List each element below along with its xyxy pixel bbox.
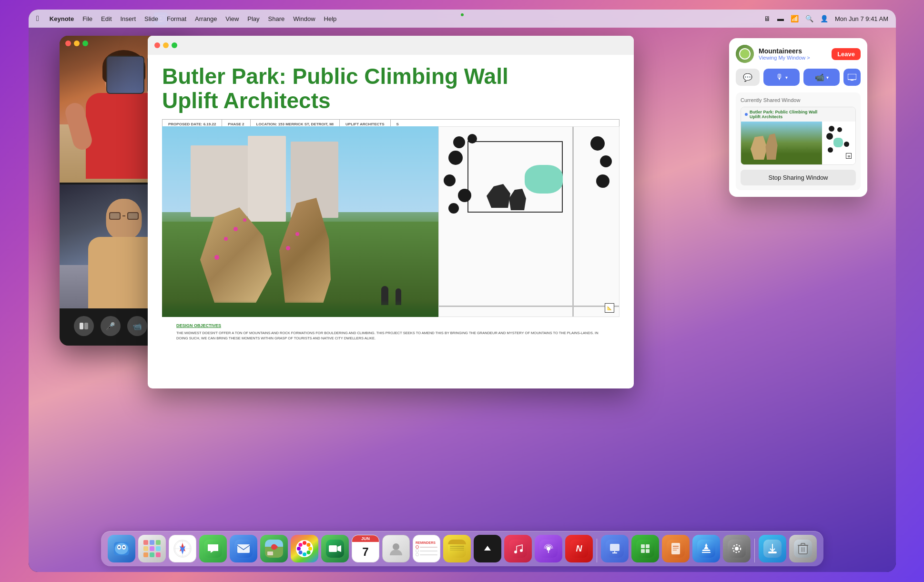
dock-item-keynote[interactable] xyxy=(601,535,629,562)
menubar-window[interactable]: Window xyxy=(293,15,315,22)
close-button[interactable] xyxy=(65,41,71,46)
screen-icon[interactable]: 🖥 xyxy=(764,15,771,22)
svg-point-37 xyxy=(547,547,550,551)
dock-item-appstore[interactable] xyxy=(692,535,720,562)
main-climbing-image xyxy=(162,126,448,317)
dock: JUN 7 REMINDERS xyxy=(101,531,823,566)
svg-point-35 xyxy=(514,551,517,553)
dock-item-maps[interactable] xyxy=(260,535,288,562)
dock-item-facetime[interactable] xyxy=(321,535,349,562)
svg-point-14 xyxy=(123,546,125,548)
svg-rect-39 xyxy=(610,544,619,551)
popup-controls: 💬 🎙 ▾ 📹 ▾ xyxy=(736,69,861,86)
dock-item-podcasts[interactable] xyxy=(535,535,562,562)
dock-item-finder[interactable] xyxy=(108,535,135,562)
menubar-play[interactable]: Play xyxy=(247,15,259,22)
keynote-close-button[interactable] xyxy=(154,42,160,48)
svg-point-25 xyxy=(308,547,312,551)
svg-rect-44 xyxy=(641,549,645,553)
leave-button[interactable]: Leave xyxy=(832,48,861,60)
video-chevron-icon: ▾ xyxy=(826,75,829,80)
design-text: DESIGN OBJECTIVES THE MIDWEST DOESN'T OF… xyxy=(176,323,605,341)
mic-icon: 🎙 xyxy=(776,73,783,82)
mic-chevron-icon: ▾ xyxy=(785,75,788,80)
controlcenter-icon[interactable]: 👤 xyxy=(820,15,828,22)
svg-point-27 xyxy=(303,552,306,556)
shared-img-right: ⊞ xyxy=(822,122,855,164)
dock-item-calendar[interactable]: JUN 7 xyxy=(352,535,379,562)
keynote-minimize-button[interactable] xyxy=(163,42,169,48)
message-control-button[interactable]: 💬 xyxy=(736,69,760,86)
svg-rect-46 xyxy=(671,543,680,554)
menubar-file[interactable]: File xyxy=(82,15,92,22)
menubar-edit[interactable]: Edit xyxy=(101,15,112,22)
apple-logo-icon[interactable]:  xyxy=(36,14,39,23)
shared-preview-title: Butler Park: Public Climbing WallUplift … xyxy=(750,110,817,119)
dock-item-mail[interactable] xyxy=(230,535,257,562)
menubar-slide[interactable]: Slide xyxy=(144,15,158,22)
dock-item-airdrop[interactable] xyxy=(759,535,786,562)
minimize-button[interactable] xyxy=(74,41,80,46)
menubar:  Keynote File Edit Insert Slide Format … xyxy=(29,10,896,28)
wifi-icon[interactable]: 📶 xyxy=(791,15,799,22)
menubar-share[interactable]: Share xyxy=(268,15,285,22)
video-control-button[interactable]: 📹 ▾ xyxy=(803,69,840,86)
dock-item-system-preferences[interactable] xyxy=(723,535,751,562)
dock-item-photos[interactable] xyxy=(291,535,318,562)
svg-point-28 xyxy=(299,551,303,554)
facetime-traffic-lights xyxy=(65,41,88,46)
keynote-zoom-button[interactable] xyxy=(172,42,177,48)
presentation-title: Butler Park: Public Climbing WallUplift … xyxy=(162,64,619,112)
menubar-datetime: Mon Jun 7 9:41 AM xyxy=(835,15,888,22)
dock-item-contacts[interactable] xyxy=(382,535,410,562)
menubar-arrange[interactable]: Arrange xyxy=(195,15,217,22)
mute-button[interactable]: 🎤 xyxy=(101,316,121,336)
sidebar-toggle-button[interactable] xyxy=(74,316,94,336)
search-icon[interactable]: 🔍 xyxy=(805,15,813,22)
dock-item-appletv[interactable] xyxy=(474,535,501,562)
dock-item-launchpad[interactable] xyxy=(138,535,166,562)
dock-item-notes[interactable] xyxy=(443,535,471,562)
shared-preview: Butler Park: Public Climbing WallUplift … xyxy=(741,107,856,165)
menubar-view[interactable]: View xyxy=(225,15,239,22)
dock-item-reminders[interactable]: REMINDERS xyxy=(413,535,440,562)
dock-separator-2 xyxy=(754,539,755,562)
menubar-insert[interactable]: Insert xyxy=(121,15,136,22)
dock-item-trash[interactable] xyxy=(789,535,817,562)
pip-video-2 xyxy=(106,56,144,94)
dock-item-pages[interactable] xyxy=(662,535,690,562)
dock-item-numbers[interactable] xyxy=(631,535,659,562)
menubar-format[interactable]: Format xyxy=(167,15,186,22)
keynote-titlebar xyxy=(148,36,634,55)
svg-point-13 xyxy=(118,546,120,548)
svg-point-36 xyxy=(520,549,523,552)
svg-rect-21 xyxy=(237,544,250,553)
svg-point-30 xyxy=(299,543,303,547)
menubar-help[interactable]: Help xyxy=(324,15,337,22)
menubar-app-name[interactable]: Keynote xyxy=(50,15,74,22)
svg-rect-8 xyxy=(851,80,853,81)
map-drawing: 📐 xyxy=(438,126,619,317)
viewing-window-link[interactable]: Viewing My Window > xyxy=(759,55,832,61)
dock-item-messages[interactable] xyxy=(199,535,227,562)
shared-preview-images: ⊞ xyxy=(741,122,855,164)
keynote-window: Butler Park: Public Climbing WallUplift … xyxy=(148,36,634,388)
shared-section: Currently Shared Window Butler Park: Pub… xyxy=(736,92,861,190)
dock-item-music[interactable] xyxy=(504,535,532,562)
svg-rect-56 xyxy=(801,543,805,545)
camera-button[interactable]: 📹 xyxy=(127,316,147,336)
screen:  Keynote File Edit Insert Slide Format … xyxy=(29,10,896,572)
dock-item-safari[interactable] xyxy=(169,535,196,562)
zoom-button[interactable] xyxy=(82,41,88,46)
svg-rect-43 xyxy=(646,544,650,548)
group-name: Mountaineers xyxy=(759,47,832,55)
svg-point-31 xyxy=(302,546,307,551)
svg-point-10 xyxy=(115,543,128,554)
design-objectives-label: DESIGN OBJECTIVES xyxy=(176,323,605,328)
shared-indicator-dot xyxy=(745,113,748,116)
mic-control-button[interactable]: 🎙 ▾ xyxy=(763,69,800,86)
stop-sharing-button[interactable]: Stop Sharing Window xyxy=(741,170,856,185)
dock-item-news[interactable]: N xyxy=(565,535,593,562)
share-control-button[interactable] xyxy=(843,69,861,86)
map-mini: ⊞ xyxy=(824,123,853,163)
